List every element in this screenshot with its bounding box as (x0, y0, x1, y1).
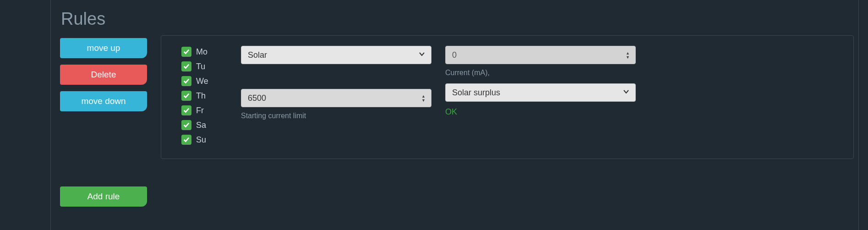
checkbox-icon (181, 105, 191, 115)
day-tu[interactable]: Tu (181, 61, 232, 71)
number-spinner-icon: ▲▼ (421, 94, 426, 102)
day-label: Tu (196, 62, 205, 71)
days-column: Mo Tu We Th Fr (181, 46, 232, 145)
move-down-button[interactable]: move down (60, 91, 147, 111)
checkbox-icon (181, 120, 191, 130)
checkbox-icon (181, 47, 191, 57)
checkbox-icon (181, 135, 191, 145)
starting-current-help: Starting current limit (241, 112, 431, 120)
move-up-button[interactable]: move up (60, 38, 147, 58)
day-su[interactable]: Su (181, 135, 232, 145)
rule-panel: Mo Tu We Th Fr (161, 35, 854, 159)
checkbox-icon (181, 61, 191, 71)
starting-current-value: 6500 (248, 93, 266, 103)
day-label: Fr (196, 106, 204, 115)
day-label: Su (196, 135, 206, 145)
mode-select-value: Solar (248, 50, 267, 60)
checkbox-icon (181, 91, 191, 101)
starting-current-input[interactable]: 6500 ▲▼ (241, 89, 431, 107)
number-spinner-icon: ▲▼ (626, 51, 630, 59)
day-label: Sa (196, 120, 206, 130)
add-rule-button[interactable]: Add rule (60, 186, 147, 207)
day-sa[interactable]: Sa (181, 120, 232, 130)
checkbox-icon (181, 76, 191, 86)
day-label: Mo (196, 47, 207, 57)
right-column: 0 ▲▼ Current (mA), Solar surplus OK (445, 46, 636, 145)
delete-button[interactable]: Delete (60, 65, 147, 85)
surplus-select[interactable]: Solar surplus (445, 83, 636, 102)
day-label: Th (196, 91, 206, 101)
day-label: We (196, 77, 208, 86)
surplus-select-value: Solar surplus (452, 88, 500, 98)
chevron-down-icon (418, 50, 426, 60)
middle-column: Solar 6500 ▲▼ Starting current limit (241, 46, 431, 145)
day-we[interactable]: We (181, 76, 232, 86)
status-ok: OK (445, 107, 636, 117)
current-input[interactable]: 0 ▲▼ (445, 46, 636, 64)
rule-actions: move up Delete move down Add rule (60, 38, 147, 207)
section-title: Rules (61, 9, 858, 29)
chevron-down-icon (622, 88, 630, 98)
day-mo[interactable]: Mo (181, 47, 232, 57)
day-fr[interactable]: Fr (181, 105, 232, 115)
day-th[interactable]: Th (181, 91, 232, 101)
current-value: 0 (452, 50, 457, 60)
mode-select[interactable]: Solar (241, 46, 431, 64)
current-label: Current (mA), (445, 69, 636, 77)
